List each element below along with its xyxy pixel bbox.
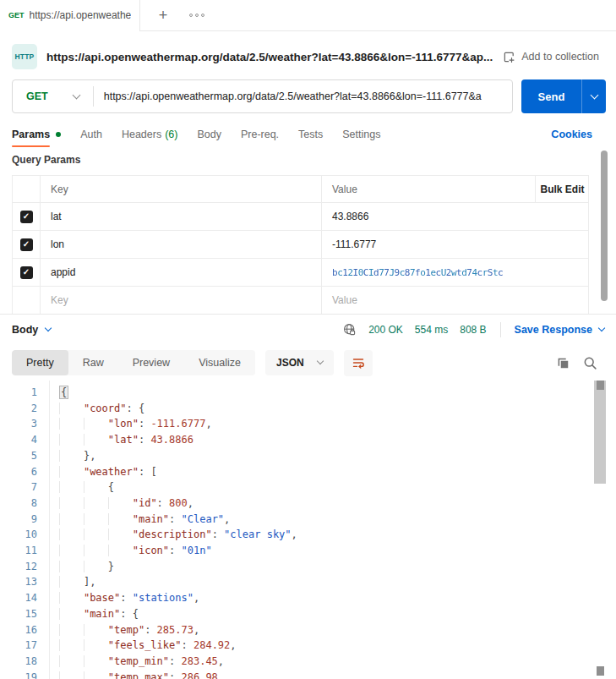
checkbox-checked-icon[interactable] — [20, 238, 33, 251]
code-line: 6 "weather": [ — [0, 464, 616, 480]
headers-count-badge: (6) — [165, 129, 177, 140]
http-badge-icon: HTTP — [12, 44, 37, 69]
params-scrollbar[interactable] — [601, 151, 608, 301]
bulk-edit-button[interactable]: Bulk Edit — [536, 176, 589, 202]
tab-title: https://api.openweatherm — [30, 9, 131, 21]
more-tabs-icon[interactable] — [189, 14, 204, 17]
code-line: 17 "feels_like": 284.92, — [0, 638, 616, 654]
param-row-appid: appid bc12I0CId77J9c87fo1ecU2wtd74crStc — [13, 258, 588, 286]
chevron-down-icon — [598, 325, 605, 331]
code-line: 15 "main": { — [0, 606, 616, 622]
status-code[interactable]: 200 OK — [368, 324, 403, 336]
save-response-label: Save Response — [515, 324, 592, 336]
postman-window: GET https://api.openweatherm + HTTP http… — [0, 0, 616, 679]
code-line: 16 "temp": 285.73, — [0, 622, 616, 638]
param-key-cell[interactable]: appid — [41, 259, 322, 286]
copy-icon[interactable] — [556, 356, 570, 370]
scrollbar-mark-top — [597, 381, 604, 390]
tab-method-badge: GET — [8, 11, 25, 19]
param-value-cell[interactable]: 43.8866 — [322, 203, 588, 230]
param-key-placeholder[interactable]: Key — [41, 287, 322, 314]
response-body-dropdown[interactable]: Body — [12, 324, 51, 336]
request-title-row: HTTP https://api.openweathermap.org/data… — [0, 37, 616, 76]
checkbox-checked-icon[interactable] — [20, 211, 33, 223]
collection-plus-icon — [503, 51, 515, 63]
send-options-button[interactable] — [581, 79, 606, 113]
url-bar-row: GET https://api.openweathermap.org/data/… — [0, 78, 616, 115]
param-value-cell[interactable]: -111.6777 — [322, 231, 588, 258]
tab-body-label: Body — [197, 122, 221, 147]
request-tab[interactable]: GET https://api.openweatherm — [0, 0, 140, 31]
checkbox-checked-icon[interactable] — [20, 266, 33, 279]
divider — [500, 322, 501, 337]
tab-headers[interactable]: Headers (6) — [122, 120, 178, 148]
add-to-collection-label: Add to collection — [521, 51, 599, 63]
request-tabs: Params Auth Headers (6) Body Pre-req. Te… — [0, 120, 616, 148]
code-line: 11 "icon": "01n" — [0, 543, 616, 559]
tab-strip: GET https://api.openweatherm + — [0, 0, 616, 31]
tab-auth[interactable]: Auth — [80, 120, 102, 148]
response-body-label: Body — [12, 324, 38, 336]
param-row-lon: lon -111.6777 — [13, 230, 588, 258]
tab-body[interactable]: Body — [197, 120, 221, 148]
code-scrollbar[interactable] — [594, 381, 606, 484]
tab-params-label: Params — [12, 122, 50, 147]
select-all-cell — [13, 176, 41, 202]
scrollbar-mark-bottom — [597, 666, 604, 676]
tab-settings-label: Settings — [342, 122, 380, 147]
view-tab-raw[interactable]: Raw — [68, 350, 118, 375]
response-size[interactable]: 808 B — [460, 324, 486, 336]
wrap-lines-button[interactable] — [344, 350, 373, 376]
code-line: 3 "lon": -111.6777, — [0, 416, 616, 432]
text-wrap-icon — [352, 356, 365, 370]
code-line: 2 "coord": { — [0, 401, 616, 417]
view-tab-visualize[interactable]: Visualize — [184, 350, 255, 375]
query-params-table: Key Value Bulk Edit lat 43.8866 lon -111… — [12, 175, 589, 315]
format-dropdown[interactable]: JSON — [265, 350, 334, 375]
param-value-placeholder[interactable]: Value — [322, 287, 588, 314]
send-label: Send — [521, 79, 581, 113]
request-title-url: https://api.openweathermap.org/data/2.5/… — [46, 51, 493, 63]
cookies-link[interactable]: Cookies — [551, 129, 604, 140]
add-to-collection-button[interactable]: Add to collection — [503, 51, 604, 63]
view-tab-preview[interactable]: Preview — [118, 350, 184, 375]
url-input[interactable]: https://api.openweathermap.org/data/2.5/… — [94, 90, 512, 102]
method-dropdown[interactable]: GET — [13, 90, 93, 102]
code-line: 18 "temp_min": 283.45, — [0, 654, 616, 670]
format-label: JSON — [276, 357, 304, 369]
param-key-cell[interactable]: lon — [41, 231, 322, 258]
send-button[interactable]: Send — [521, 79, 606, 113]
query-params-header-row: Key Value Bulk Edit — [13, 176, 588, 202]
query-params-title: Query Params — [12, 154, 80, 166]
code-line: 19 "temp_max": 286.98, — [0, 670, 616, 679]
param-row-lat: lat 43.8866 — [13, 202, 588, 230]
tab-pre-request-label: Pre-req. — [241, 122, 279, 147]
tab-tests[interactable]: Tests — [298, 120, 323, 148]
search-icon[interactable] — [583, 356, 597, 370]
response-actions — [556, 356, 604, 370]
chevron-down-icon — [72, 90, 80, 99]
param-value-redacted[interactable]: bc12I0CId77J9c87fo1ecU2wtd74crStc — [332, 267, 503, 278]
tab-auth-label: Auth — [80, 122, 102, 147]
response-header: Body 200 OK 554 ms 808 B Save Response — [0, 314, 616, 345]
save-response-button[interactable]: Save Response — [515, 324, 604, 336]
response-view-tabs: Pretty Raw Preview Visualize — [12, 350, 255, 375]
new-tab-button[interactable]: + — [154, 8, 172, 23]
chevron-down-icon — [316, 358, 323, 364]
json-pretty-view: 1{2 "coord": {3 "lon": -111.6777,4 "lat"… — [0, 385, 616, 679]
tab-settings[interactable]: Settings — [342, 120, 380, 148]
chevron-down-icon — [590, 90, 598, 99]
code-line: 9 "main": "Clear", — [0, 512, 616, 528]
code-line: 10 "description": "clear sky", — [0, 527, 616, 543]
tab-headers-label: Headers — [122, 122, 161, 147]
code-line: 7 { — [0, 479, 616, 496]
globe-lock-icon[interactable] — [343, 323, 357, 337]
param-key-cell[interactable]: lat — [41, 203, 322, 230]
method-label: GET — [26, 90, 48, 102]
response-time[interactable]: 554 ms — [415, 324, 448, 336]
response-body-editor: 1{2 "coord": {3 "lon": -111.6777,4 "lat"… — [0, 381, 616, 679]
response-toolbar: Pretty Raw Preview Visualize JSON — [0, 345, 616, 381]
tab-params[interactable]: Params — [12, 120, 61, 148]
tab-pre-request[interactable]: Pre-req. — [241, 120, 279, 148]
view-tab-pretty[interactable]: Pretty — [12, 350, 68, 375]
